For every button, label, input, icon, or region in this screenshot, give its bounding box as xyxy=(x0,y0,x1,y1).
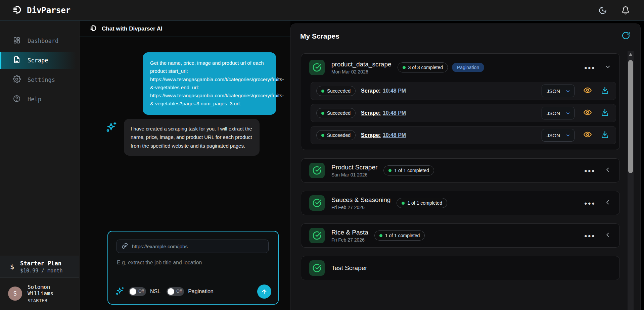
divparser-logo-icon xyxy=(90,24,97,33)
plan-box[interactable]: $ Starter Plan $10.99 / month xyxy=(0,256,79,278)
nsl-toggle[interactable]: Off xyxy=(129,287,146,296)
status-badge: Succeeded xyxy=(316,86,356,96)
dollar-icon: $ xyxy=(10,263,14,271)
scrape-run-link[interactable]: Scrape:10:48 PM xyxy=(361,132,406,138)
sparkle-icon xyxy=(106,121,117,134)
send-button[interactable] xyxy=(257,285,271,299)
eye-icon[interactable] xyxy=(583,86,592,96)
more-options-icon[interactable]: ●●● xyxy=(584,233,595,239)
scrape-card-header[interactable]: Test Scraper xyxy=(301,256,619,280)
pagination-badge: Pagination xyxy=(452,63,484,72)
scrollbar[interactable] xyxy=(628,51,634,310)
scrollbar-up-arrow[interactable] xyxy=(628,51,634,57)
brand[interactable]: DivParser xyxy=(0,5,71,16)
scrape-card: Test Scraper xyxy=(301,256,620,280)
more-options-icon[interactable]: ●●● xyxy=(584,168,595,173)
user-name: Solomon Williams xyxy=(28,284,79,297)
green-dot-icon xyxy=(321,90,324,93)
scrape-card-header[interactable]: Rice & Pasta Fri Feb 27 2026 1 of 1 comp… xyxy=(301,224,619,247)
nsl-toggle-label: NSL xyxy=(150,289,160,295)
scrape-card-header[interactable]: Sauces & Seasoning Fri Feb 27 2026 1 of … xyxy=(301,191,619,215)
chevron-left-icon[interactable] xyxy=(605,232,611,239)
eye-icon[interactable] xyxy=(583,108,592,118)
scrape-card-list: product_data_scrape Mon Mar 02 2026 3 of… xyxy=(301,53,620,280)
download-icon[interactable] xyxy=(601,108,609,118)
user-box[interactable]: S Solomon Williams STARTER xyxy=(0,282,79,305)
success-check-icon xyxy=(309,195,325,211)
scrape-run-row: Succeeded Scrape:10:48 PM JSON xyxy=(311,126,616,144)
scrape-date: Fri Feb 27 2026 xyxy=(331,237,368,243)
link-icon xyxy=(122,243,128,250)
scrape-run-row: Succeeded Scrape:10:48 PM JSON xyxy=(311,104,616,122)
green-dot-icon xyxy=(321,134,324,137)
format-select[interactable]: JSON xyxy=(542,107,574,119)
sidebar-item-label: Help xyxy=(28,96,41,103)
scrape-name: Rice & Pasta xyxy=(331,229,368,236)
success-check-icon xyxy=(309,60,325,75)
sidebar-item-scrape[interactable]: Scrape xyxy=(0,52,79,69)
download-icon[interactable] xyxy=(601,86,609,96)
divparser-logo-icon xyxy=(12,5,22,16)
chevron-down-icon[interactable] xyxy=(605,64,611,71)
toggle-state: Off xyxy=(138,289,144,294)
toggle-knob xyxy=(130,288,136,295)
format-select[interactable]: JSON xyxy=(542,85,574,97)
scrape-runs: Succeeded Scrape:10:48 PM JSON xyxy=(301,81,619,150)
chevron-left-icon[interactable] xyxy=(605,167,611,174)
scrollbar-thumb[interactable] xyxy=(628,60,633,173)
scrape-card-header[interactable]: Product Scraper Sun Mar 01 2026 1 of 1 c… xyxy=(301,159,619,182)
scrape-card-header[interactable]: product_data_scrape Mon Mar 02 2026 3 of… xyxy=(301,54,619,81)
scrape-name: Product Scraper xyxy=(331,164,377,171)
question-circle-icon xyxy=(13,95,21,104)
scrape-date: Sun Mar 01 2026 xyxy=(331,172,377,177)
pagination-toggle[interactable]: Off xyxy=(167,287,184,296)
more-options-icon[interactable]: ●●● xyxy=(584,65,595,70)
success-check-icon xyxy=(309,163,325,178)
completed-badge: 1 of 1 completed xyxy=(374,230,425,241)
completed-badge: 3 of 3 completed xyxy=(398,62,448,72)
scrape-name: Sauces & Seasoning xyxy=(331,196,390,204)
sidebar-item-dashboard[interactable]: Dashboard xyxy=(0,32,79,50)
download-icon[interactable] xyxy=(601,131,609,140)
sidebar-item-label: Settings xyxy=(28,76,55,83)
scrape-run-link[interactable]: Scrape:10:48 PM xyxy=(361,88,406,94)
gear-icon xyxy=(13,75,21,85)
toggle-state: Off xyxy=(176,289,182,294)
status-badge: Succeeded xyxy=(316,108,356,118)
toggle-knob xyxy=(168,288,174,295)
refresh-icon[interactable] xyxy=(622,31,630,41)
chevron-left-icon[interactable] xyxy=(605,199,611,207)
eye-icon[interactable] xyxy=(583,130,592,140)
format-select[interactable]: JSON xyxy=(542,129,574,142)
green-dot-icon xyxy=(403,66,406,69)
sparkle-icon xyxy=(116,287,125,297)
user-message-bubble: Get the name, price, image and product u… xyxy=(143,52,276,115)
sidebar-item-help[interactable]: Help xyxy=(0,91,79,108)
url-input[interactable]: https://example.com/jobs xyxy=(117,240,269,253)
pagination-toggle-label: Pagination xyxy=(188,289,214,295)
bell-icon[interactable] xyxy=(620,5,631,15)
green-dot-icon xyxy=(379,234,382,237)
scrape-card: product_data_scrape Mon Mar 02 2026 3 of… xyxy=(301,53,620,150)
plan-price: $10.99 / month xyxy=(20,268,62,274)
sidebar-item-label: Dashboard xyxy=(28,38,58,44)
chat-panel: Chat with Divparser AI Get the name, pri… xyxy=(80,21,290,310)
avatar: S xyxy=(8,287,22,301)
success-check-icon xyxy=(309,228,325,243)
scrape-card: Product Scraper Sun Mar 01 2026 1 of 1 c… xyxy=(301,158,620,183)
ai-message-bubble: I have created a scraping task for you. … xyxy=(124,119,260,156)
more-options-icon[interactable]: ●●● xyxy=(584,200,595,206)
sidebar-item-label: Scrape xyxy=(28,57,48,64)
sidebar-item-settings[interactable]: Settings xyxy=(0,71,79,89)
document-icon xyxy=(13,56,21,65)
prompt-input[interactable]: E.g, extract the job title and location xyxy=(117,260,278,266)
chat-input-container: https://example.com/jobs E.g, extract th… xyxy=(107,231,279,305)
moon-icon[interactable] xyxy=(598,5,608,15)
green-dot-icon xyxy=(321,112,324,115)
dashboard-grid-icon xyxy=(13,36,21,46)
scrape-name: product_data_scrape xyxy=(331,61,392,68)
status-badge: Succeeded xyxy=(316,130,356,140)
topbar: DivParser xyxy=(0,0,644,21)
brand-name: DivParser xyxy=(27,6,71,15)
scrape-run-link[interactable]: Scrape:10:48 PM xyxy=(361,110,406,116)
